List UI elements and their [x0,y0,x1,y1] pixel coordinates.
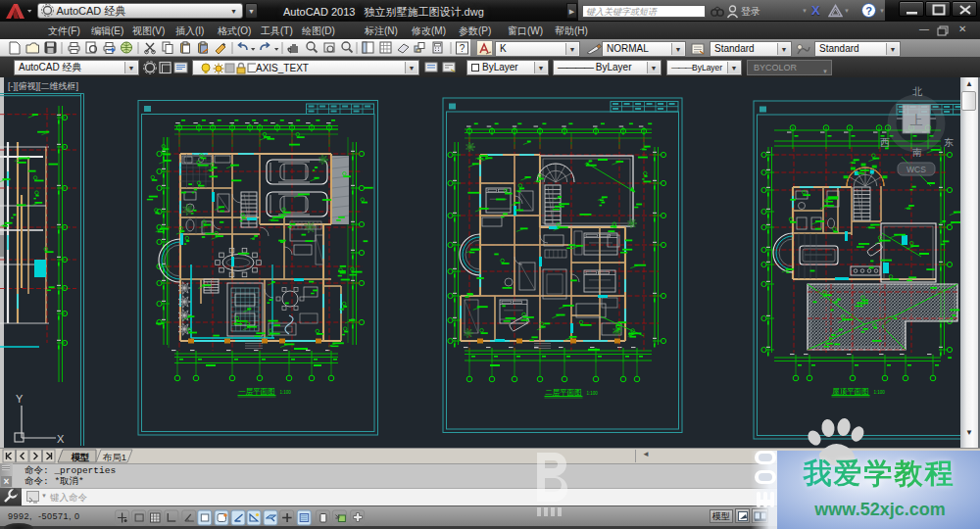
svg-text:上: 上 [910,113,923,127]
svg-text:布局1: 布局1 [102,452,126,462]
svg-text:西: 西 [880,137,890,148]
svg-text:屋顶平面图: 屋顶平面图 [832,387,869,396]
svg-text:南: 南 [912,147,922,158]
svg-text:一层平面图: 一层平面图 [238,387,275,396]
svg-text:?: ? [460,43,466,54]
svg-text:Y: Y [16,393,24,405]
svg-text:二层平面图: 二层平面图 [545,388,582,397]
svg-text:东: 东 [944,137,954,148]
svg-text:1:100: 1:100 [874,390,886,395]
svg-text:X: X [57,433,65,445]
svg-text:[-][俯视][二维线框]: [-][俯视][二维线框] [8,81,78,91]
svg-text:北: 北 [912,86,923,97]
svg-text:模型: 模型 [71,452,90,462]
svg-text:WCS: WCS [906,165,926,174]
svg-text:1:100: 1:100 [280,390,292,395]
svg-text:1:100: 1:100 [587,391,599,396]
